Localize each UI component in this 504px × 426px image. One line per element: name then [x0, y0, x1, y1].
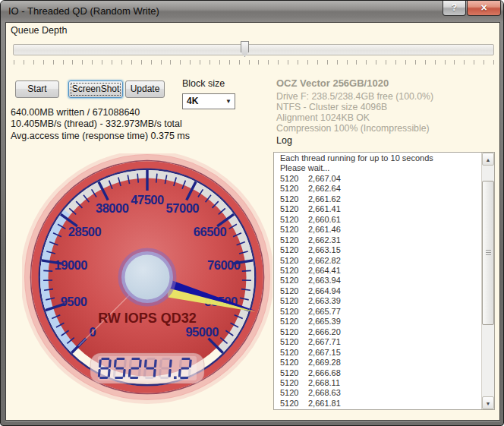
app-window: IO - Threaded QD (Random Write) ? × Queu… [0, 0, 504, 426]
help-button[interactable]: ? [443, 1, 466, 16]
slider-tick [92, 60, 93, 65]
slider-tick [131, 60, 132, 65]
block-size-select[interactable]: 4K ▼ [182, 93, 235, 109]
slider-tick [170, 60, 171, 65]
slider-tick [14, 60, 14, 65]
log-col-iops: 2,667.04 [308, 174, 341, 183]
gauge-tick-label: 95000 [185, 325, 219, 339]
drive-title: OCZ Vector 256GB/1020 [276, 77, 389, 89]
slider-tick [151, 60, 152, 65]
gauge-tick-label: 19000 [55, 258, 88, 272]
stat-written: 640.00MB written / 671088640 [11, 107, 190, 118]
close-button[interactable]: × [467, 1, 501, 16]
slider-tick [229, 60, 230, 65]
log-col-iops: 2,662.31 [308, 235, 341, 245]
log-row: 51202,662.31 [274, 235, 480, 245]
slider-tick [63, 60, 64, 65]
block-size-label: Block size [182, 78, 225, 89]
gauge-hub [121, 251, 173, 303]
slider-tick [307, 60, 308, 65]
scroll-down-button[interactable]: ▼ [482, 396, 494, 409]
slider-tick [209, 60, 210, 65]
titlebar[interactable]: IO - Threaded QD (Random Write) [1, 1, 503, 22]
start-button-label: Start [27, 81, 46, 97]
slider-tick [386, 60, 386, 65]
log-col-iops: 2,663.39 [308, 296, 341, 305]
log-row: 51202,668.11 [274, 378, 480, 388]
slider-tick [484, 60, 484, 65]
stat-access-time: Avg.access time (response time) 0.375 ms [11, 131, 190, 142]
log-col-qd: 5120 [280, 235, 308, 245]
log-col-iops: 2,660.61 [308, 215, 341, 224]
scroll-up-button[interactable]: ▲ [482, 153, 494, 166]
log-col-qd: 5120 [280, 327, 308, 337]
slider-tick [53, 60, 54, 65]
queue-depth-slider-track[interactable] [13, 44, 494, 55]
queue-depth-slider-ticks [14, 60, 495, 65]
slider-tick [180, 60, 181, 65]
log-row: 51202,661.46 [274, 225, 480, 235]
slider-tick [239, 60, 240, 65]
log-col-qd: 5120 [280, 245, 308, 255]
slider-tick [493, 60, 494, 65]
drive-info-line: Drive F: 238.5/238.4GB free (100.0%) [276, 91, 433, 102]
slider-tick [121, 60, 122, 65]
log-col-iops: 2,662.64 [308, 184, 341, 193]
start-button[interactable]: Start [15, 80, 59, 98]
log-row: 51202,661.81 [274, 399, 480, 409]
slider-tick [82, 60, 83, 65]
slider-tick [219, 60, 220, 65]
log-row: 51202,662.64 [274, 184, 480, 194]
block-size-value: 4K [187, 96, 198, 106]
log-col-qd: 5120 [280, 337, 308, 347]
update-button[interactable]: Update [125, 80, 165, 98]
log-col-iops: 2,664.94 [308, 286, 341, 295]
slider-tick [435, 60, 436, 65]
log-col-qd: 5120 [280, 368, 308, 378]
slider-tick [298, 60, 298, 65]
log-row: 51202,667.15 [274, 348, 480, 358]
update-button-label: Update [131, 81, 160, 97]
log-col-iops: 2,668.11 [308, 378, 340, 387]
screenshot-button-label: ScreenShot [72, 81, 120, 97]
scrollbar-thumb[interactable] [482, 181, 494, 325]
slider-tick [356, 60, 357, 65]
log-col-qd: 5120 [280, 378, 308, 388]
scrollbar-grip-icon [486, 250, 491, 256]
gauge-tick-label: 57000 [166, 201, 200, 215]
iops-gauge: 0950019000285003800047500570006650076000… [22, 153, 272, 412]
slider-tick [464, 60, 465, 65]
log-col-iops: 2,661.81 [308, 399, 341, 408]
log-col-qd: 5120 [280, 307, 308, 317]
slider-tick [190, 60, 191, 65]
log-col-qd: 5120 [280, 215, 308, 225]
drive-info: Drive F: 238.5/238.4GB free (100.0%) NTF… [276, 91, 433, 134]
log-label: Log [276, 135, 292, 146]
log-col-qd: 5120 [280, 296, 308, 306]
log-row: 51202,665.77 [274, 307, 480, 317]
slider-tick [288, 60, 288, 65]
slider-tick [405, 60, 406, 65]
log-row: 51202,663.94 [274, 276, 480, 286]
slider-tick [474, 60, 474, 65]
log-scrollbar[interactable]: ▲ ▼ [481, 153, 494, 409]
gauge-tick-label: 47500 [131, 193, 164, 207]
log-col-qd: 5120 [280, 256, 308, 266]
slider-tick [415, 60, 416, 65]
log-listbox[interactable]: Each thread running for up to 10 seconds… [273, 152, 495, 410]
iops-gauge-svg: 0950019000285003800047500570006650076000… [22, 153, 272, 412]
slider-tick [327, 60, 328, 65]
log-row: 51202,663.15 [274, 245, 480, 255]
log-row: 51202,669.28 [274, 358, 480, 368]
log-row: 51202,666.20 [274, 327, 480, 337]
slider-tick [278, 60, 279, 65]
log-rows: Each thread running for up to 10 seconds… [274, 153, 480, 409]
log-row: 51202,663.39 [274, 296, 480, 306]
gauge-tick-label: 9500 [61, 295, 87, 308]
log-col-iops: 2,668.63 [308, 388, 341, 397]
screenshot-button[interactable]: ScreenShot [68, 80, 123, 98]
log-col-iops: 2,661.41 [308, 204, 341, 213]
log-col-qd: 5120 [280, 174, 308, 184]
log-col-qd: 5120 [280, 399, 308, 409]
slider-tick [72, 60, 73, 65]
